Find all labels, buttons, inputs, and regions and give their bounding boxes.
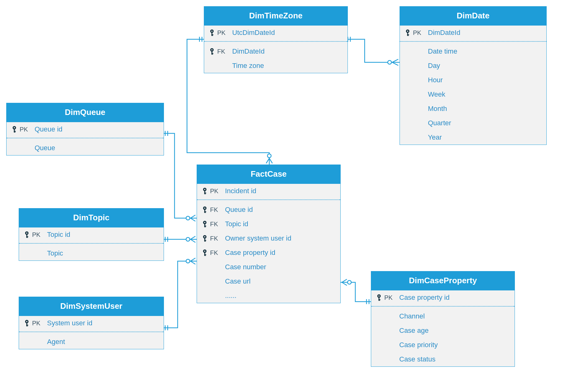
- entity-dimTimeZone[interactable]: DimTimeZonePKUtcDimDateIdFKDimDateIdTime…: [204, 6, 348, 73]
- column-label: Topic: [45, 249, 160, 257]
- entity-title: DimDate: [400, 7, 546, 26]
- key-icon: [9, 126, 20, 133]
- svg-point-5: [348, 280, 351, 284]
- svg-point-32: [26, 321, 27, 322]
- entity-body: PKTopic idTopic: [19, 227, 164, 261]
- key-icon: [207, 48, 217, 55]
- svg-point-17: [407, 31, 408, 32]
- table-row[interactable]: Case number: [197, 260, 340, 274]
- column-label: ......: [223, 292, 337, 300]
- table-row[interactable]: ......: [197, 289, 340, 303]
- table-row[interactable]: Date time: [400, 41, 546, 59]
- table-row[interactable]: Month: [400, 102, 546, 116]
- table-row[interactable]: Topic: [19, 243, 164, 261]
- table-row[interactable]: Time zone: [204, 59, 348, 73]
- table-row[interactable]: Case url: [197, 274, 340, 289]
- svg-rect-30: [26, 237, 28, 238]
- key-icon: [207, 29, 217, 36]
- key-type-label: PK: [20, 126, 33, 133]
- key-icon: [402, 29, 413, 36]
- entity-dimSystemUser[interactable]: DimSystemUserPKSystem user idAgent: [19, 297, 164, 349]
- table-row[interactable]: Channel: [371, 306, 515, 323]
- key-type-label: PK: [413, 29, 426, 36]
- table-row[interactable]: PKDimDateId: [400, 26, 546, 40]
- entity-body: PKCase property idChannelCase ageCase pr…: [371, 290, 515, 366]
- table-row[interactable]: Year: [400, 130, 546, 145]
- entity-factCase[interactable]: FactCasePKIncident idFKQueue idFKTopic i…: [197, 165, 341, 303]
- column-label: Quarter: [426, 119, 543, 127]
- key-type-label: FK: [217, 48, 230, 55]
- table-row[interactable]: PKQueue id: [7, 122, 164, 136]
- column-label: Day: [426, 62, 543, 70]
- entity-title: DimCaseProperty: [371, 271, 515, 290]
- column-label: Queue: [33, 144, 160, 152]
- svg-point-37: [204, 189, 205, 190]
- table-row[interactable]: Week: [400, 87, 546, 102]
- column-label: Topic id: [223, 220, 337, 228]
- svg-point-0: [388, 60, 391, 64]
- svg-rect-59: [204, 254, 206, 255]
- table-row[interactable]: FKDimDateId: [204, 41, 348, 59]
- svg-point-42: [204, 208, 205, 209]
- entity-title: DimSystemUser: [19, 297, 164, 316]
- table-row[interactable]: FKOwner system user id: [197, 231, 340, 246]
- table-row[interactable]: Case priority: [371, 338, 515, 352]
- svg-point-7: [211, 31, 213, 32]
- entity-body: PKIncident idFKQueue idFKTopic idFKOwner…: [197, 184, 340, 303]
- svg-point-12: [211, 49, 213, 50]
- table-row[interactable]: PKUtcDimDateId: [204, 26, 348, 40]
- column-label: Year: [426, 133, 543, 141]
- table-row[interactable]: PKSystem user id: [19, 316, 164, 330]
- table-row[interactable]: Hour: [400, 73, 546, 87]
- entity-dimDate[interactable]: DimDatePKDimDateIdDate timeDayHourWeekMo…: [400, 6, 547, 145]
- column-label: Agent: [45, 338, 160, 346]
- key-icon: [374, 294, 384, 301]
- column-label: Case property id: [223, 249, 337, 257]
- key-icon: [199, 249, 210, 256]
- key-type-label: PK: [210, 188, 223, 195]
- key-icon: [199, 235, 210, 242]
- svg-rect-39: [204, 193, 206, 194]
- entity-dimCaseProperty[interactable]: DimCasePropertyPKCase property idChannel…: [371, 271, 515, 367]
- svg-point-2: [186, 216, 190, 220]
- table-row[interactable]: FKQueue id: [197, 199, 340, 217]
- svg-point-4: [186, 259, 190, 263]
- table-row[interactable]: Case age: [371, 323, 515, 338]
- svg-point-3: [186, 237, 190, 241]
- key-type-label: FK: [210, 221, 223, 228]
- table-row[interactable]: Case status: [371, 352, 515, 366]
- table-row[interactable]: FKTopic id: [197, 217, 340, 231]
- key-icon: [199, 206, 210, 213]
- column-label: Case status: [397, 355, 511, 363]
- table-row[interactable]: Quarter: [400, 116, 546, 130]
- entity-dimQueue[interactable]: DimQueuePKQueue idQueue: [6, 103, 164, 155]
- column-label: Hour: [426, 76, 543, 84]
- svg-rect-15: [212, 54, 213, 55]
- column-label: Incident id: [223, 187, 337, 195]
- table-row[interactable]: FKCase property id: [197, 246, 340, 260]
- column-label: DimDateId: [230, 47, 344, 55]
- svg-rect-20: [407, 35, 409, 36]
- svg-rect-40: [204, 194, 206, 194]
- key-type-label: FK: [210, 249, 223, 256]
- column-label: Week: [426, 90, 543, 98]
- table-row[interactable]: PKCase property id: [371, 290, 515, 305]
- svg-point-1: [267, 154, 271, 158]
- table-row[interactable]: Day: [400, 59, 546, 73]
- entity-dimTopic[interactable]: DimTopicPKTopic idTopic: [19, 208, 164, 261]
- entity-body: PKSystem user idAgent: [19, 316, 164, 349]
- svg-rect-34: [26, 325, 28, 326]
- table-row[interactable]: Agent: [19, 332, 164, 349]
- column-label: Time zone: [230, 62, 344, 70]
- svg-point-57: [204, 251, 205, 252]
- table-row[interactable]: PKTopic id: [19, 227, 164, 242]
- svg-point-52: [204, 236, 205, 237]
- column-label: Topic id: [45, 231, 160, 239]
- svg-rect-25: [14, 132, 16, 132]
- table-row[interactable]: PKIncident id: [197, 184, 340, 198]
- key-type-label: FK: [210, 235, 223, 242]
- table-row[interactable]: Queue: [7, 138, 164, 155]
- column-label: Case number: [223, 263, 337, 271]
- key-icon: [199, 220, 210, 228]
- column-label: Queue id: [33, 125, 160, 133]
